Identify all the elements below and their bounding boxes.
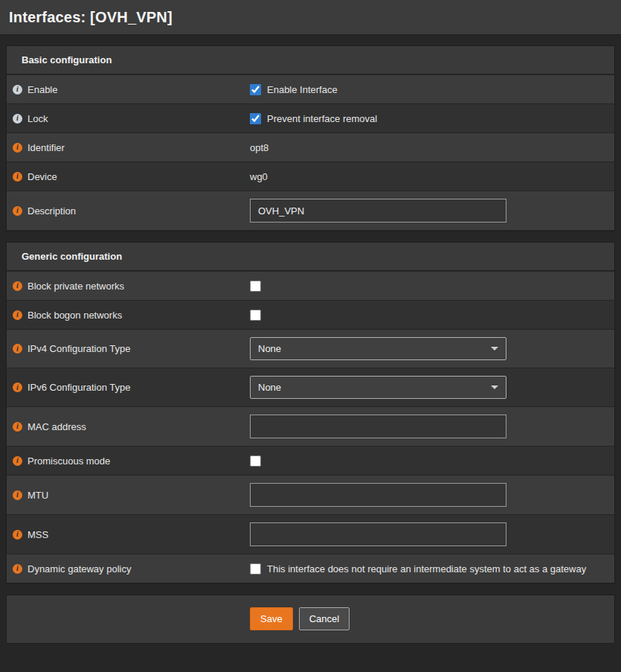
mtu-label: MTU [28, 490, 48, 501]
ipv6-configuration-selected-value: None [258, 382, 281, 393]
mss-label-cell: MSS [13, 529, 250, 540]
info-icon [13, 172, 22, 182]
info-icon [13, 206, 22, 216]
chevron-down-icon [491, 347, 498, 351]
enable-checkbox-label[interactable]: Enable Interface [250, 84, 338, 95]
dynamic-gateway-label: Dynamic gateway policy [28, 563, 131, 575]
ipv6-configuration-label-cell: IPv6 Configuration Type [13, 382, 250, 393]
lock-checkbox-label[interactable]: Prevent interface removal [250, 113, 377, 124]
dynamic-gateway-checkbox[interactable] [250, 563, 261, 575]
lock-label-cell: Lock [13, 113, 250, 124]
mss-input[interactable] [250, 522, 506, 546]
promiscuous-mode-row: Promiscuous mode [7, 447, 614, 476]
device-label-cell: Device [13, 171, 250, 182]
block-private-label-cell: Block private networks [13, 281, 250, 292]
enable-row: Enable Enable Interface [7, 75, 614, 104]
mss-row: MSS [7, 515, 614, 554]
info-icon [13, 344, 22, 353]
description-row: Description [7, 191, 614, 231]
device-row: Device wg0 [7, 162, 614, 191]
generic-configuration-title: Generic configuration [7, 243, 614, 272]
mac-address-row: MAC address [7, 407, 614, 447]
page-title: Interfaces: [OVH_VPN] [9, 9, 173, 26]
identifier-row: Identifier opt8 [7, 133, 614, 162]
block-private-row: Block private networks [7, 272, 614, 301]
ipv4-configuration-row: IPv4 Configuration Type None [7, 330, 614, 368]
basic-configuration-panel: Basic configuration Enable Enable Interf… [6, 45, 615, 231]
cancel-button[interactable]: Cancel [299, 607, 350, 630]
generic-configuration-panel: Generic configuration Block private netw… [6, 242, 615, 584]
info-icon [13, 490, 22, 500]
device-label: Device [28, 171, 57, 182]
info-icon [13, 564, 22, 574]
lock-checkbox-text: Prevent interface removal [267, 113, 377, 124]
dynamic-gateway-checkbox-text: This interface does not require an inter… [267, 563, 586, 575]
block-bogon-label-cell: Block bogon networks [13, 310, 250, 321]
enable-label-cell: Enable [13, 84, 250, 95]
info-icon [13, 530, 22, 540]
identifier-label-cell: Identifier [13, 142, 250, 153]
ipv4-configuration-select[interactable]: None [250, 337, 506, 360]
description-label-cell: Description [13, 205, 250, 217]
ipv4-configuration-label-cell: IPv4 Configuration Type [13, 343, 250, 354]
lock-row: Lock Prevent interface removal [7, 104, 614, 133]
mtu-label-cell: MTU [13, 490, 250, 501]
description-label: Description [28, 205, 76, 217]
save-button[interactable]: Save [250, 607, 293, 630]
info-icon [13, 422, 22, 432]
enable-checkbox-text: Enable Interface [267, 84, 338, 95]
basic-configuration-title: Basic configuration [7, 46, 614, 75]
ipv4-configuration-label: IPv4 Configuration Type [28, 343, 131, 354]
dynamic-gateway-label-cell: Dynamic gateway policy [13, 563, 250, 575]
main-content: Basic configuration Enable Enable Interf… [0, 35, 621, 644]
description-input[interactable] [250, 199, 506, 223]
mac-address-label: MAC address [28, 421, 86, 432]
ipv6-configuration-label: IPv6 Configuration Type [28, 382, 131, 393]
mtu-row: MTU [7, 476, 614, 515]
identifier-label: Identifier [28, 142, 65, 153]
enable-label: Enable [28, 84, 57, 95]
block-bogon-checkbox[interactable] [250, 310, 261, 321]
info-icon [13, 114, 22, 124]
promiscuous-mode-label: Promiscuous mode [28, 455, 110, 467]
block-bogon-row: Block bogon networks [7, 301, 614, 330]
lock-checkbox[interactable] [250, 113, 261, 124]
info-icon [13, 85, 22, 95]
info-icon [13, 383, 22, 392]
dynamic-gateway-checkbox-label[interactable]: This interface does not require an inter… [250, 563, 586, 575]
ipv4-configuration-selected-value: None [258, 343, 281, 354]
promiscuous-mode-label-cell: Promiscuous mode [13, 455, 250, 467]
ipv6-configuration-row: IPv6 Configuration Type None [7, 368, 614, 407]
device-value: wg0 [250, 171, 268, 182]
info-icon [13, 143, 22, 153]
info-icon [13, 310, 22, 320]
enable-checkbox[interactable] [250, 84, 261, 95]
block-private-checkbox[interactable] [250, 281, 261, 292]
page-header: Interfaces: [OVH_VPN] [0, 0, 621, 35]
ipv6-configuration-select[interactable]: None [250, 376, 506, 399]
action-buttons-panel: Save Cancel [6, 595, 615, 644]
mss-label: MSS [28, 529, 48, 540]
info-icon [13, 281, 22, 291]
promiscuous-mode-checkbox[interactable] [250, 455, 261, 467]
mac-address-label-cell: MAC address [13, 421, 250, 432]
dynamic-gateway-row: Dynamic gateway policy This interface do… [7, 554, 614, 583]
mac-address-input[interactable] [250, 415, 506, 438]
block-bogon-label: Block bogon networks [28, 310, 122, 321]
chevron-down-icon [491, 385, 498, 389]
mtu-input[interactable] [250, 483, 506, 507]
block-private-label: Block private networks [28, 281, 124, 292]
identifier-value: opt8 [250, 142, 268, 153]
lock-label: Lock [28, 113, 48, 124]
info-icon [13, 456, 22, 466]
